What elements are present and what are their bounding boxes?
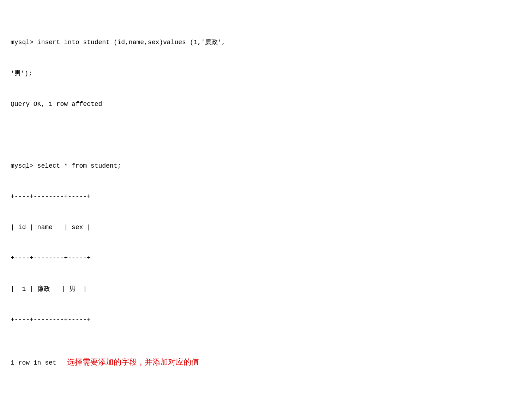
line-9: | 1 | 廉政 | 男 | xyxy=(11,284,505,295)
line-8: +----+--------+-----+ xyxy=(11,253,505,264)
line-11-text: 1 row in set xyxy=(11,358,56,368)
line-12-blank xyxy=(11,399,505,409)
line-4-blank xyxy=(11,130,505,140)
annotation-text: 选择需要添加的字段，并添加对应的值 xyxy=(67,356,199,368)
terminal-content: mysql> insert into student (id,name,sex)… xyxy=(11,7,505,420)
line-5: mysql> select * from student; xyxy=(11,161,505,172)
line-2: '男'); xyxy=(11,68,505,79)
line-1: mysql> insert into student (id,name,sex)… xyxy=(11,37,505,48)
line-3: Query OK, 1 row affected xyxy=(11,99,505,110)
annotation-row: 1 row in set 选择需要添加的字段，并添加对应的值 xyxy=(11,356,505,368)
line-7: | id | name | sex | xyxy=(11,222,505,233)
line-10: +----+--------+-----+ xyxy=(11,315,505,325)
line-6: +----+--------+-----+ xyxy=(11,192,505,202)
